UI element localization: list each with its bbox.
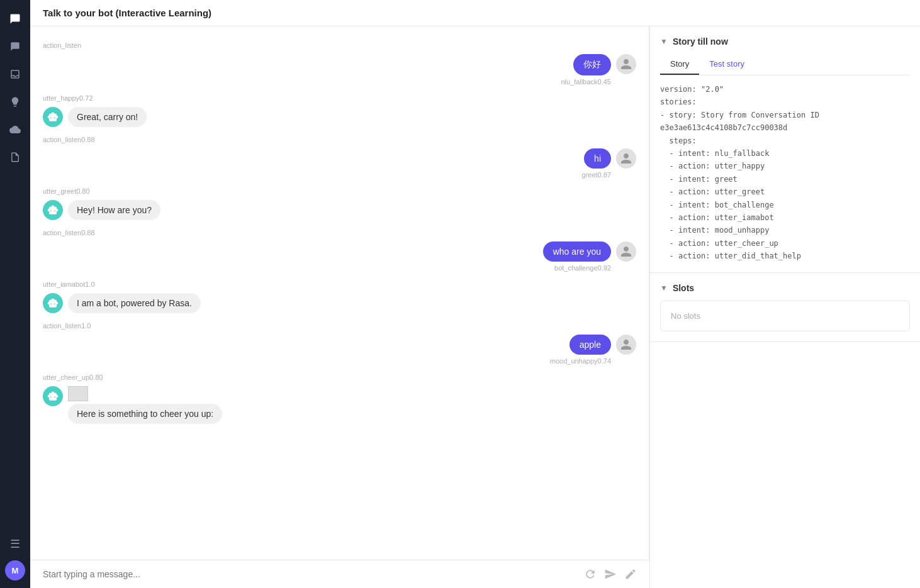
main-container: Talk to your bot (Interactive Learning) … (30, 0, 920, 588)
user-avatar-icon (616, 54, 636, 74)
user-avatar-icon-4 (616, 335, 636, 355)
chat-area: action_listen 你好 nlu_fallback0.45 utter_… (30, 26, 649, 588)
action-label-3: action_listen0.88 (43, 136, 636, 143)
bot-avatar (43, 107, 63, 127)
edit-icon[interactable] (624, 568, 637, 580)
input-area (30, 560, 649, 588)
bot-avatar-2 (43, 200, 63, 220)
bot-image-placeholder (68, 386, 88, 401)
sidebar-icon-cloud[interactable] (4, 118, 26, 141)
action-label-2: utter_happy0.72 (43, 94, 636, 102)
sidebar-icon-chat[interactable] (4, 8, 26, 30)
messages-list[interactable]: action_listen 你好 nlu_fallback0.45 utter_… (30, 26, 649, 560)
user-message-col-3: who are you bot_challenge0.92 (543, 241, 611, 272)
user-label-4: mood_unhappy0.74 (550, 357, 611, 365)
bot-avatar-4 (43, 386, 63, 406)
action-label-6: utter_iamabot1.0 (43, 280, 636, 288)
sidebar-icon-file[interactable] (4, 146, 26, 169)
bot-avatar-3 (43, 293, 63, 313)
bot-message-row-4: Here is something to cheer you up: (43, 386, 636, 424)
tab-test-story[interactable]: Test story (699, 54, 755, 75)
action-label-1: action_listen (43, 42, 636, 49)
right-panel: ▼ Story till now Story Test story versio… (649, 26, 920, 588)
user-message-row: 你好 nlu_fallback0.45 (43, 54, 636, 86)
user-avatar[interactable]: M (5, 560, 25, 580)
user-label-2: greet0.87 (582, 171, 611, 179)
slots-box: No slots (660, 301, 910, 331)
refresh-icon[interactable] (584, 568, 597, 580)
user-bubble-4: apple (569, 335, 611, 355)
bot-message-row: Great, carry on! (43, 107, 636, 127)
story-section: ▼ Story till now Story Test story versio… (650, 26, 920, 273)
user-message-col-4: apple mood_unhappy0.74 (550, 335, 611, 365)
action-label-4: utter_greet0.80 (43, 187, 636, 195)
sidebar: ☰ M (0, 0, 30, 588)
bot-bubble-3: I am a bot, powered by Rasa. (68, 293, 201, 313)
slots-section-title: Slots (673, 283, 694, 293)
sidebar-icon-comments[interactable] (4, 35, 26, 58)
action-label-5: action_listen0.88 (43, 229, 636, 236)
bot-bubble-2: Hey! How are you? (68, 200, 160, 220)
user-label: nlu_fallback0.45 (561, 78, 611, 86)
page-title: Talk to your bot (Interactive Learning) (43, 8, 211, 18)
bot-message-row-3: I am a bot, powered by Rasa. (43, 293, 636, 313)
bot-message-row-2: Hey! How are you? (43, 200, 636, 220)
chevron-down-icon[interactable]: ▼ (660, 37, 668, 46)
user-message-row-2: hi greet0.87 (43, 148, 636, 179)
bot-bubble: Great, carry on! (68, 107, 147, 127)
message-input[interactable] (43, 569, 576, 579)
story-section-header: ▼ Story till now (660, 36, 910, 47)
user-bubble-2: hi (584, 148, 611, 169)
bot-bubble-4: Here is something to cheer you up: (68, 404, 222, 424)
user-bubble-3: who are you (543, 241, 611, 262)
user-message-col-2: hi greet0.87 (582, 148, 611, 179)
user-bubble: 你好 (573, 54, 611, 75)
user-avatar-icon-3 (616, 241, 636, 262)
user-message-col: 你好 nlu_fallback0.45 (561, 54, 611, 86)
user-avatar-icon-2 (616, 148, 636, 169)
no-slots-text: No slots (671, 311, 700, 321)
sidebar-icon-bulb[interactable] (4, 91, 26, 113)
user-message-row-4: apple mood_unhappy0.74 (43, 335, 636, 365)
story-content: version: "2.0" stories: - story: Story f… (660, 83, 910, 262)
chat-container: action_listen 你好 nlu_fallback0.45 utter_… (30, 26, 920, 588)
chevron-down-icon-2[interactable]: ▼ (660, 284, 668, 292)
user-label-3: bot_challenge0.92 (554, 264, 611, 272)
tab-story[interactable]: Story (660, 54, 699, 75)
header: Talk to your bot (Interactive Learning) (30, 0, 920, 26)
sidebar-icon-inbox[interactable] (4, 63, 26, 86)
story-tabs: Story Test story (660, 54, 910, 75)
slots-section: ▼ Slots No slots (650, 273, 920, 342)
send-icon[interactable] (604, 568, 617, 580)
action-label-8: utter_cheer_up0.80 (43, 374, 636, 381)
story-section-title: Story till now (673, 36, 728, 47)
sidebar-icon-menu[interactable]: ☰ (4, 533, 26, 555)
user-message-row-3: who are you bot_challenge0.92 (43, 241, 636, 272)
action-label-7: action_listen1.0 (43, 322, 636, 330)
slots-section-header: ▼ Slots (660, 283, 910, 293)
